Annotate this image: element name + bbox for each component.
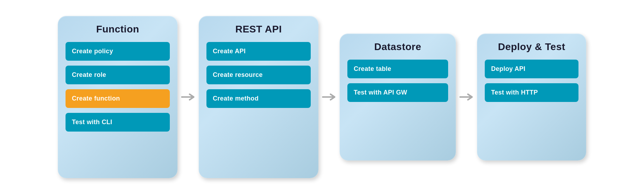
create-method-button[interactable]: Create method bbox=[206, 89, 311, 108]
datastore-panel: Datastore Create table Test with API GW bbox=[340, 34, 456, 160]
create-function-button[interactable]: Create function bbox=[66, 89, 170, 108]
create-table-button[interactable]: Create table bbox=[347, 60, 448, 78]
deploy-test-panel-title: Deploy & Test bbox=[498, 41, 565, 53]
function-panel: Function Create policy Create role Creat… bbox=[58, 16, 178, 178]
test-with-cli-button[interactable]: Test with CLI bbox=[66, 113, 170, 132]
arrow-2 bbox=[318, 88, 340, 106]
deploy-test-panel: Deploy & Test Deploy API Test with HTTP bbox=[477, 34, 586, 160]
create-api-button[interactable]: Create API bbox=[206, 42, 311, 61]
arrow-1 bbox=[178, 88, 199, 106]
test-with-http-button[interactable]: Test with HTTP bbox=[485, 83, 578, 102]
function-panel-title: Function bbox=[96, 24, 139, 35]
rest-api-panel-title: REST API bbox=[235, 24, 282, 35]
test-with-api-gw-button[interactable]: Test with API GW bbox=[347, 83, 448, 102]
create-policy-button[interactable]: Create policy bbox=[66, 42, 170, 61]
datastore-panel-title: Datastore bbox=[374, 41, 421, 53]
workflow-diagram: Function Create policy Create role Creat… bbox=[44, 9, 600, 185]
rest-api-panel: REST API Create API Create resource Crea… bbox=[199, 16, 318, 178]
arrow-3 bbox=[456, 88, 477, 106]
deploy-api-button[interactable]: Deploy API bbox=[485, 60, 578, 78]
create-role-button[interactable]: Create role bbox=[66, 66, 170, 84]
create-resource-button[interactable]: Create resource bbox=[206, 66, 311, 84]
